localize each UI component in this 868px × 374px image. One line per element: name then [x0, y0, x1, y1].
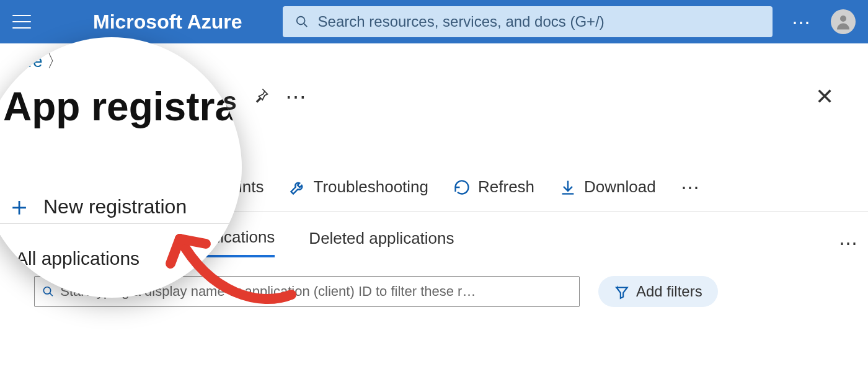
- wrench-icon: [289, 179, 306, 196]
- add-filters-button[interactable]: + Add filters: [598, 276, 718, 307]
- svg-point-0: [296, 17, 304, 25]
- close-button[interactable]: ✕: [815, 84, 834, 110]
- tabs-more-icon[interactable]: ⋯: [839, 232, 859, 254]
- download-icon: [559, 179, 577, 196]
- plus-icon: ＋: [6, 189, 32, 224]
- header: Microsoft Azure ⋯: [0, 0, 868, 43]
- hamburger-menu[interactable]: [12, 15, 31, 29]
- filter-icon: +: [614, 283, 630, 300]
- magnifier-new-registration[interactable]: ＋ New registration: [6, 189, 187, 224]
- svg-marker-8: [616, 288, 627, 298]
- header-more-icon[interactable]: ⋯: [792, 11, 812, 33]
- svg-point-2: [840, 16, 846, 22]
- svg-line-6: [50, 293, 53, 296]
- title-more-icon[interactable]: ⋯: [285, 84, 308, 109]
- add-filters-label: Add filters: [636, 283, 702, 300]
- magnifier-new-registration-label: New registration: [43, 195, 187, 218]
- refresh-button[interactable]: Refresh: [453, 177, 534, 197]
- search-icon: [42, 285, 54, 298]
- user-avatar[interactable]: [831, 9, 856, 34]
- global-search-input[interactable]: [318, 13, 760, 30]
- magnifier-tab-all: All applications: [16, 248, 140, 269]
- azure-logo[interactable]: Microsoft Azure: [93, 11, 242, 33]
- troubleshooting-label: Troubleshooting: [314, 177, 429, 197]
- toolbar-more-icon[interactable]: ⋯: [681, 176, 701, 198]
- download-button[interactable]: Download: [559, 177, 656, 197]
- pin-icon[interactable]: [252, 87, 270, 107]
- svg-point-5: [43, 287, 50, 294]
- refresh-label: Refresh: [478, 177, 534, 197]
- magnifier-title: App registra: [3, 84, 237, 130]
- search-icon: [295, 15, 309, 29]
- tab-deleted-applications[interactable]: Deleted applications: [309, 229, 454, 256]
- refresh-icon: [453, 179, 471, 196]
- troubleshooting-button[interactable]: Troubleshooting: [289, 177, 429, 197]
- download-label: Download: [584, 177, 656, 197]
- global-search[interactable]: [283, 6, 773, 37]
- svg-line-1: [303, 24, 307, 27]
